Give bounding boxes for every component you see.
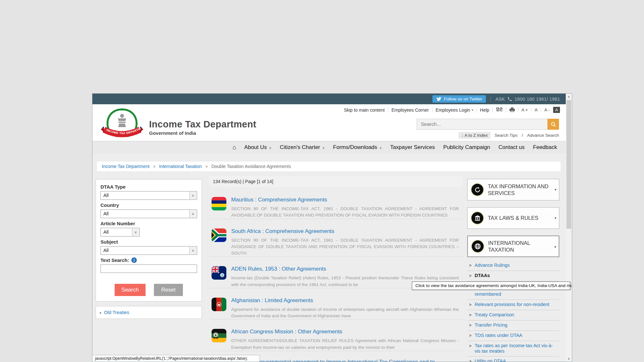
info-icon[interactable]: i [131, 257, 137, 263]
utility-links: Skip to main content Employees Corner Em… [341, 107, 560, 113]
text-search-input[interactable] [100, 265, 197, 273]
article-number-select[interactable]: All ∨ [100, 228, 140, 237]
subject-label: Subject [100, 239, 197, 245]
search-submit-button[interactable] [547, 119, 559, 130]
income-tax-department-logo: INCOME TAX DEPARTMENT [99, 105, 145, 141]
chevron-down-icon: ∨ [322, 146, 325, 150]
font-decrease-button[interactable]: A - [541, 107, 553, 112]
list-item: Mauritius : Comprehensive Agreements SEC… [210, 188, 463, 219]
filter-reset-button[interactable]: Reset [154, 284, 183, 296]
accordion-panel[interactable]: INTERNATIONAL TAXATION ▴ [467, 236, 559, 257]
international-taxation-icon [472, 240, 484, 252]
result-title-link[interactable]: Afghanistan : Limited Agreements [231, 297, 313, 303]
international-taxation-links: > Advance Rulings > DTAAs > remembered > [467, 261, 559, 362]
nav-item[interactable]: Contact us [494, 144, 529, 151]
search-input[interactable] [417, 119, 547, 130]
list-item: Afghanistan : Limited Agreements Agreeme… [210, 288, 463, 320]
old-treaties-link[interactable]: Old Treaties [104, 310, 129, 315]
accordion-panel[interactable]: TAX INFORMATION AND SERVICES ▾ [467, 179, 559, 200]
follow-twitter-button[interactable]: Follow us on Twitter [432, 95, 486, 103]
accordion-caret-icon: ▴ [554, 244, 556, 248]
result-title-link[interactable]: ADEN Rules, 1953 : Other Agreements [231, 266, 326, 272]
sidebar-link-item[interactable]: > Advance Rulings [467, 261, 559, 271]
chevron-down-icon: ∨ [189, 247, 196, 254]
sidebar-link-item[interactable]: > Relevant provisions for non-resident [467, 300, 559, 310]
vertical-scrollbar[interactable]: ∧ ∨ [566, 94, 572, 362]
print-button[interactable] [506, 107, 518, 112]
old-treaties-box: ▸ Old Treaties [96, 306, 202, 319]
page-body: Income Tax Department > International Ta… [92, 153, 566, 362]
top-bar: Follow us on Twitter ASK 1800 180 1961/ … [92, 94, 566, 104]
main-navigation: ⌂ About Us ∨ Citizen's Charter ∨ Forms/D… [92, 141, 566, 153]
scroll-up-icon[interactable]: ∧ [566, 95, 572, 98]
result-title-link[interactable]: South Africa : Comprehensive Agreements [231, 228, 334, 234]
result-title-link[interactable]: African Congress Mission : Other Agreeme… [231, 329, 342, 335]
hindi-language-link[interactable]: हिंदी [493, 107, 506, 113]
scrollbar-thumb[interactable] [566, 100, 571, 229]
site-search [417, 119, 559, 130]
sidebar-panels: TAX INFORMATION AND SERVICES ▾ TAX LAWS … [467, 179, 559, 257]
text-search-label: Text Search: [100, 257, 129, 263]
result-description: SECTION 90 OF THE INCOME-TAX ACT, 1961 -… [231, 206, 459, 219]
link-status-bar: javascript:OpenWindowByRelativeURL('L','… [92, 355, 260, 362]
sidebar-link-item[interactable]: > Utility on DTAA [467, 357, 559, 362]
result-description: SECTION 90 OF THE INCOME-TAX ACT, 1961 -… [231, 237, 459, 257]
list-item: ANC African Congress Mission : Other Agr… [210, 320, 463, 351]
search-tips-link[interactable]: Search Tips [495, 133, 517, 138]
result-description: OTHER AGREEMENTS/DOUBLE TAXATION RELIEF … [231, 338, 459, 351]
chevron-down-icon: ▾ [472, 108, 473, 112]
printer-icon [509, 107, 515, 112]
nav-item[interactable]: Feedback [529, 144, 561, 151]
skip-to-main-content-link[interactable]: Skip to main content [341, 107, 388, 113]
nav-item[interactable]: Taxpayer Services [386, 144, 439, 151]
nav-item[interactable]: Forms/Downloads ∨ [329, 144, 386, 151]
home-icon[interactable]: ⌂ [229, 144, 240, 151]
desktop-background: Follow us on Twitter ASK 1800 180 1961/ … [0, 0, 644, 362]
sidebar-link-item[interactable]: > TDS rates under DTAA [467, 331, 559, 341]
search-meta-links: ↓A to Z Index Search Tips / Advance Sear… [459, 132, 559, 139]
nav-item[interactable]: About Us ∨ [240, 144, 276, 151]
font-increase-button[interactable]: A + [518, 107, 532, 112]
result-title-link[interactable]: Mauritius : Comprehensive Agreements [231, 197, 327, 203]
chevron-down-icon: ∨ [189, 192, 196, 199]
site-header: INCOME TAX DEPARTMENT Income Tax Departm… [92, 104, 566, 141]
country-flag-icon [212, 298, 226, 311]
accordion-panel[interactable]: TAX LAWS & RULES ▾ [467, 207, 559, 229]
font-normal-button[interactable]: A [531, 107, 541, 112]
subject-select[interactable]: All ∨ [100, 246, 197, 255]
high-contrast-button[interactable]: A [553, 107, 560, 113]
sidebar-link-item[interactable]: > Treaty Comparison [467, 310, 559, 320]
down-arrow-icon: ↓ [461, 133, 463, 138]
site-subtitle: Government of India [149, 130, 256, 136]
results-list: Mauritius : Comprehensive Agreements SEC… [210, 188, 463, 362]
advance-search-link[interactable]: Advance Search [527, 133, 559, 138]
employees-corner-link[interactable]: Employees Corner [388, 107, 432, 113]
list-item: South Africa : Comprehensive Agreements … [210, 219, 463, 257]
employees-login-menu[interactable]: Employees Login▾ [432, 107, 477, 113]
a-to-z-index-link[interactable]: ↓A to Z Index [459, 132, 490, 139]
twitter-bird-icon [436, 97, 441, 101]
article-number-label: Article Number [100, 221, 197, 226]
dtaa-type-label: DTAA Type [100, 184, 197, 190]
help-link[interactable]: Help [477, 107, 493, 113]
nav-item[interactable]: Citizen's Charter ∨ [276, 144, 329, 151]
scroll-down-icon[interactable]: ∨ [566, 357, 572, 360]
breadcrumb-item: Income Tax Department > [102, 164, 159, 169]
right-sidebar: TAX INFORMATION AND SERVICES ▾ TAX LAWS … [467, 176, 559, 362]
country-select[interactable]: All ∨ [100, 209, 197, 218]
result-title-link[interactable]: USA : Intergovernmental agreement to Imp… [231, 359, 435, 362]
dtaa-type-select[interactable]: All ∨ [100, 191, 197, 200]
filter-search-button[interactable]: Search [115, 284, 146, 296]
country-flag-icon [212, 266, 226, 280]
sidebar-link-item[interactable]: > DTAAs [467, 271, 559, 281]
chevron-down-icon: ∨ [379, 146, 382, 150]
right-arrow-icon: > [469, 263, 471, 268]
sidebar-link-item[interactable]: > Tax rates as per Income-tax Act vis-à-… [467, 341, 559, 357]
breadcrumb-item: Double Taxation Avoidance Agreements [211, 164, 291, 169]
right-arrow-icon: > [469, 359, 471, 362]
tax-services-icon [471, 184, 483, 196]
sidebar-link-item[interactable]: > Transfer Pricing [467, 320, 559, 331]
right-arrow-icon: ▸ [100, 311, 101, 314]
search-icon [551, 122, 556, 127]
nav-item[interactable]: Publicity Campaign [439, 144, 495, 151]
